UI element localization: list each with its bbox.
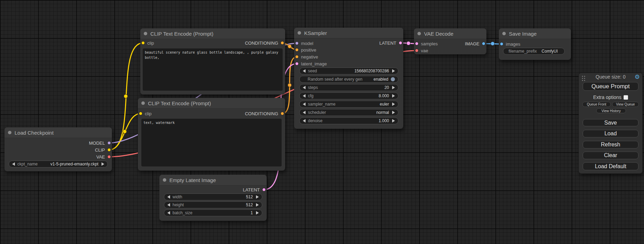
toggle-dot-icon[interactable] [391, 77, 395, 81]
node-titlebar[interactable]: VAE Decode [414, 28, 486, 39]
conditioning-port-icon[interactable] [281, 112, 284, 115]
clear-button[interactable]: Clear [583, 152, 638, 159]
node-titlebar[interactable]: KSampler [294, 28, 403, 38]
collapse-dot-icon[interactable] [417, 32, 421, 35]
increment-arrow-icon[interactable] [256, 203, 259, 207]
latent-port-icon[interactable] [262, 188, 266, 191]
increment-arrow-icon[interactable] [392, 86, 395, 89]
conditioning-port-icon[interactable] [281, 41, 284, 45]
collapse-dot-icon[interactable] [144, 32, 147, 35]
save-button[interactable]: Save [583, 119, 638, 126]
collapse-dot-icon[interactable] [141, 101, 145, 105]
increment-arrow-icon[interactable] [256, 195, 259, 199]
batch-size-widget[interactable]: batch_size 1 [164, 209, 262, 216]
prompt-text-area[interactable]: beautiful scenery nature glass bottle la… [143, 48, 283, 91]
collapse-dot-icon[interactable] [298, 31, 301, 35]
conditioning-port-icon[interactable] [295, 48, 299, 52]
latent-port-icon[interactable] [399, 41, 402, 45]
latent-port-icon[interactable] [295, 62, 299, 65]
decrement-arrow-icon[interactable] [303, 102, 306, 106]
load-button[interactable]: Load [583, 130, 638, 137]
node-clip-text-encode-positive[interactable]: CLIP Text Encode (Prompt) clip CONDITION… [140, 28, 285, 94]
extra-options-checkbox[interactable] [624, 95, 628, 100]
increment-arrow-icon[interactable] [392, 111, 395, 114]
queue-prompt-button[interactable]: Queue Prompt [583, 82, 638, 91]
node-titlebar[interactable]: Save Image [499, 28, 571, 39]
prompt-text-area[interactable]: text, watermark [141, 119, 282, 166]
view-queue-button[interactable]: View Queue [612, 102, 639, 107]
queue-front-button[interactable]: Queue Front [582, 102, 611, 107]
model-port-icon[interactable] [295, 42, 299, 45]
node-empty-latent-image[interactable]: Empty Latent Image LATENT width 512 heig… [159, 175, 267, 221]
image-port-icon[interactable] [482, 42, 485, 45]
height-widget[interactable]: height 512 [164, 201, 262, 208]
input-model: model [295, 40, 313, 47]
node-title: CLIP Text Encode (Prompt) [148, 100, 211, 106]
scheduler-widget[interactable]: scheduler normal [299, 109, 398, 116]
clip-port-icon[interactable] [107, 148, 111, 152]
node-clip-text-encode-negative[interactable]: CLIP Text Encode (Prompt) clip CONDITION… [138, 98, 285, 171]
link-dot [407, 42, 411, 45]
collapse-dot-icon[interactable] [8, 131, 11, 134]
ckpt-name-widget[interactable]: ckpt_name v1-5-pruned-emaonly.ckpt [9, 161, 108, 168]
latent-port-icon[interactable] [415, 42, 418, 45]
view-history-button[interactable]: View History [596, 108, 626, 113]
denoise-widget[interactable]: denoise 1.000 [299, 117, 398, 124]
vae-port-icon[interactable] [107, 155, 111, 159]
increment-arrow-icon[interactable] [392, 94, 395, 98]
node-titlebar[interactable]: CLIP Text Encode (Prompt) [140, 28, 285, 39]
clip-port-icon[interactable] [141, 41, 145, 45]
link-dot [123, 130, 127, 134]
node-vae-decode[interactable]: VAE Decode samples vae IMAGE [414, 28, 486, 54]
node-title: KSampler [304, 30, 327, 36]
cfg-widget[interactable]: cfg 8.000 [299, 92, 398, 99]
increment-arrow-icon[interactable] [392, 69, 395, 73]
decrement-arrow-icon[interactable] [303, 86, 306, 89]
decrement-arrow-icon[interactable] [167, 211, 170, 215]
conditioning-port-icon[interactable] [295, 55, 299, 58]
input-positive: positive [295, 46, 316, 53]
output-image: IMAGE [465, 40, 485, 47]
node-ksampler[interactable]: KSampler model positive negative latent_… [294, 28, 403, 129]
node-title: Empty Latent Image [169, 177, 216, 183]
load-default-button[interactable]: Load Default [583, 162, 638, 170]
increment-arrow-icon[interactable] [102, 162, 104, 166]
node-save-image[interactable]: Save Image images filename_prefix ComfyU… [499, 28, 571, 60]
decrement-arrow-icon[interactable] [303, 119, 306, 123]
output-clip: CLIP [95, 146, 111, 153]
width-widget[interactable]: width 512 [164, 193, 262, 200]
node-load-checkpoint[interactable]: Load Checkpoint MODEL CLIP VAE ckpt_name… [5, 127, 112, 171]
decrement-arrow-icon[interactable] [167, 195, 170, 199]
increment-arrow-icon[interactable] [392, 102, 395, 106]
refresh-button[interactable]: Refresh [583, 141, 638, 148]
seed-widget[interactable]: seed 156680208700286 [299, 67, 398, 74]
collapse-dot-icon[interactable] [163, 178, 166, 182]
increment-arrow-icon[interactable] [392, 119, 395, 123]
sampler-name-widget[interactable]: sampler_name euler [299, 101, 398, 108]
steps-widget[interactable]: steps 20 [299, 84, 398, 91]
decrement-arrow-icon[interactable] [303, 94, 306, 98]
input-images: images [500, 40, 520, 47]
clip-port-icon[interactable] [139, 112, 142, 115]
decrement-arrow-icon[interactable] [303, 69, 306, 73]
link-dot [288, 83, 292, 87]
increment-arrow-icon[interactable] [256, 211, 259, 215]
node-title: Load Checkpoint [15, 130, 54, 136]
node-titlebar[interactable]: Load Checkpoint [5, 127, 112, 138]
image-port-icon[interactable] [500, 42, 503, 46]
decrement-arrow-icon[interactable] [303, 111, 306, 114]
collapse-dot-icon[interactable] [502, 32, 506, 35]
decrement-arrow-icon[interactable] [12, 162, 15, 166]
node-title: CLIP Text Encode (Prompt) [150, 31, 213, 37]
settings-gear-icon[interactable]: ⚙ [635, 73, 640, 81]
filename-prefix-widget[interactable]: filename_prefix ComfyUI [503, 48, 565, 55]
random-seed-toggle-widget[interactable]: Random seed after every gen enabled [299, 76, 398, 83]
node-titlebar[interactable]: CLIP Text Encode (Prompt) [138, 98, 285, 109]
model-port-icon[interactable] [107, 141, 111, 145]
node-titlebar[interactable]: Empty Latent Image [159, 175, 267, 186]
vae-port-icon[interactable] [415, 49, 418, 52]
output-conditioning: CONDITIONING [245, 110, 284, 117]
decrement-arrow-icon[interactable] [167, 203, 170, 207]
node-title: Save Image [509, 31, 537, 37]
input-negative: negative [295, 53, 318, 60]
